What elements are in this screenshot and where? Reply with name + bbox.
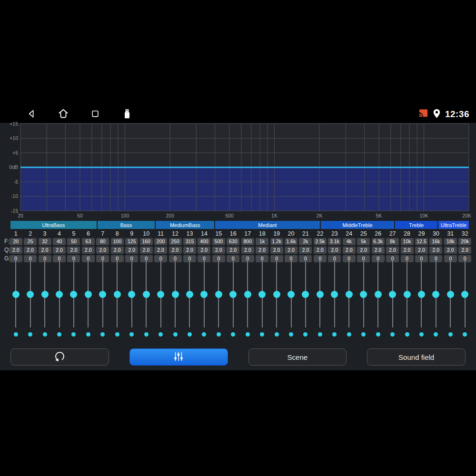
- channel-dot[interactable]: [14, 332, 18, 337]
- gain-slider[interactable]: [240, 261, 255, 327]
- channel-dot[interactable]: [419, 332, 424, 337]
- slider-knob[interactable]: [41, 291, 49, 298]
- channel-dot[interactable]: [57, 332, 61, 337]
- channel-dot[interactable]: [202, 332, 206, 337]
- channel-dot-cell[interactable]: [110, 332, 124, 337]
- channel-dot[interactable]: [144, 332, 149, 337]
- channel-dot-cell[interactable]: [226, 332, 240, 337]
- slider-knob[interactable]: [70, 291, 77, 298]
- channel-dot-cell[interactable]: [9, 332, 23, 337]
- channel-dot[interactable]: [332, 332, 337, 337]
- channel-dot[interactable]: [246, 332, 250, 337]
- slider-knob[interactable]: [244, 291, 251, 298]
- gain-slider[interactable]: [38, 261, 52, 327]
- slider-knob[interactable]: [114, 291, 121, 298]
- slider-knob[interactable]: [229, 291, 237, 298]
- channel-dot[interactable]: [318, 332, 322, 337]
- channel-dot[interactable]: [28, 332, 32, 337]
- channel-dot-cell[interactable]: [400, 332, 414, 337]
- gain-slider[interactable]: [269, 261, 284, 327]
- gain-slider[interactable]: [400, 261, 414, 327]
- gain-slider[interactable]: [9, 261, 23, 327]
- gain-slider[interactable]: [81, 261, 95, 327]
- channel-dot-cell[interactable]: [371, 332, 385, 337]
- gain-slider[interactable]: [284, 261, 298, 327]
- channel-dot[interactable]: [129, 332, 134, 337]
- channel-dot[interactable]: [376, 332, 380, 337]
- slider-knob[interactable]: [447, 291, 454, 298]
- channel-dot[interactable]: [448, 332, 453, 337]
- channel-dot[interactable]: [289, 332, 293, 337]
- slider-knob[interactable]: [99, 291, 106, 298]
- channel-dot-cell[interactable]: [240, 332, 255, 337]
- slider-knob[interactable]: [128, 291, 135, 298]
- channel-dot-cell[interactable]: [284, 332, 298, 337]
- channel-dot-cell[interactable]: [23, 332, 37, 337]
- gain-slider[interactable]: [371, 261, 385, 327]
- gain-slider[interactable]: [23, 261, 37, 327]
- channel-dot-cell[interactable]: [385, 332, 399, 337]
- gain-slider[interactable]: [125, 261, 139, 327]
- slider-knob[interactable]: [12, 291, 20, 298]
- gain-slider[interactable]: [385, 261, 399, 327]
- gain-slider[interactable]: [226, 261, 240, 327]
- channel-dot[interactable]: [275, 332, 279, 337]
- channel-dot[interactable]: [361, 332, 366, 337]
- gain-slider[interactable]: [313, 261, 327, 327]
- channel-dot-cell[interactable]: [313, 332, 327, 337]
- gain-slider[interactable]: [211, 261, 226, 327]
- channel-dot-cell[interactable]: [429, 332, 443, 337]
- channel-dot-cell[interactable]: [125, 332, 139, 337]
- gain-slider[interactable]: [255, 261, 269, 327]
- channel-dot-cell[interactable]: [38, 332, 52, 337]
- channel-dot[interactable]: [173, 332, 178, 337]
- channel-dot-cell[interactable]: [139, 332, 153, 337]
- slider-knob[interactable]: [56, 291, 63, 298]
- slider-knob[interactable]: [186, 291, 193, 298]
- slider-knob[interactable]: [85, 291, 92, 298]
- channel-dot-cell[interactable]: [357, 332, 371, 337]
- slider-knob[interactable]: [404, 291, 411, 298]
- slider-knob[interactable]: [200, 291, 208, 298]
- gain-slider[interactable]: [67, 261, 81, 327]
- slider-knob[interactable]: [215, 291, 222, 298]
- channel-dot[interactable]: [86, 332, 90, 337]
- channel-dot[interactable]: [347, 332, 351, 337]
- gain-slider[interactable]: [357, 261, 371, 327]
- channel-dot-cell[interactable]: [96, 332, 110, 337]
- channel-dot-cell[interactable]: [52, 332, 66, 337]
- channel-dot-cell[interactable]: [255, 332, 269, 337]
- scene-button[interactable]: Scene: [248, 348, 347, 366]
- slider-knob[interactable]: [27, 291, 34, 298]
- channel-dot-cell[interactable]: [67, 332, 81, 337]
- slider-knob[interactable]: [461, 291, 468, 298]
- slider-knob[interactable]: [143, 291, 150, 298]
- slider-knob[interactable]: [375, 291, 382, 298]
- slider-knob[interactable]: [273, 291, 280, 298]
- channel-dot[interactable]: [159, 332, 163, 337]
- channel-dot-cell[interactable]: [81, 332, 95, 337]
- gain-slider[interactable]: [197, 261, 211, 327]
- slider-knob[interactable]: [317, 291, 324, 298]
- gain-slider[interactable]: [110, 261, 124, 327]
- recents-button[interactable]: [89, 109, 101, 120]
- channel-dot-cell[interactable]: [443, 332, 457, 337]
- channel-dot-cell[interactable]: [327, 332, 342, 337]
- gain-slider[interactable]: [153, 261, 168, 327]
- channel-dot-cell[interactable]: [458, 332, 472, 337]
- channel-dot-cell[interactable]: [168, 332, 182, 337]
- channel-dot-cell[interactable]: [153, 332, 168, 337]
- gain-slider[interactable]: [414, 261, 428, 327]
- channel-dot-cell[interactable]: [197, 332, 211, 337]
- gain-slider[interactable]: [458, 261, 472, 327]
- gain-slider[interactable]: [342, 261, 356, 327]
- gain-slider[interactable]: [168, 261, 182, 327]
- gain-slider[interactable]: [96, 261, 110, 327]
- channel-dot-cell[interactable]: [269, 332, 284, 337]
- channel-dot[interactable]: [463, 332, 467, 337]
- gain-slider[interactable]: [443, 261, 457, 327]
- home-button[interactable]: [58, 109, 69, 120]
- channel-dot[interactable]: [303, 332, 307, 337]
- gain-slider[interactable]: [327, 261, 342, 327]
- channel-dot[interactable]: [390, 332, 395, 337]
